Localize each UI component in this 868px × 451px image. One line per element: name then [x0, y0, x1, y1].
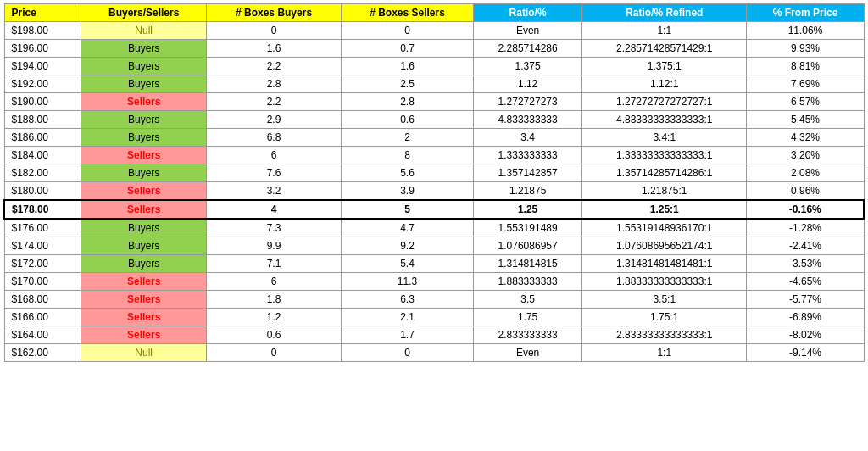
boxes-buyers-cell: 2.9 — [207, 111, 341, 129]
boxes-sellers-cell: 9.2 — [341, 237, 473, 255]
header-ratio-refined: Ratio/% Refined — [582, 4, 747, 22]
ratio-refined-cell: 3.4:1 — [582, 129, 747, 147]
price-cell: $166.00 — [4, 309, 81, 326]
price-cell: $174.00 — [4, 237, 81, 255]
price-cell: $186.00 — [4, 129, 81, 147]
ratio-refined-cell: 1.55319148936170:1 — [582, 219, 747, 237]
ratio-refined-cell: 1:1 — [582, 344, 747, 362]
boxes-sellers-cell: 6.3 — [341, 291, 473, 309]
ratio-cell: 1.357142857 — [474, 164, 582, 182]
buyers-sellers-cell: Sellers — [81, 93, 207, 111]
buyers-sellers-cell: Sellers — [81, 309, 207, 326]
boxes-buyers-cell: 1.6 — [207, 40, 341, 58]
from-price-cell: -3.53% — [747, 255, 864, 273]
ratio-cell: 1.375 — [474, 58, 582, 75]
from-price-cell: -4.65% — [747, 273, 864, 291]
ratio-cell: 3.4 — [474, 129, 582, 147]
buyers-sellers-cell: Buyers — [81, 255, 207, 273]
from-price-cell: 2.08% — [747, 164, 864, 182]
boxes-sellers-cell: 2.1 — [341, 309, 473, 326]
ratio-refined-cell: 2.83333333333333:1 — [582, 326, 747, 344]
header-buyers-sellers: Buyers/Sellers — [81, 4, 207, 22]
ratio-cell: 1.314814815 — [474, 255, 582, 273]
boxes-sellers-cell: 5 — [341, 200, 473, 219]
buyers-sellers-cell: Buyers — [81, 75, 207, 93]
ratio-cell: 4.833333333 — [474, 111, 582, 129]
buyers-sellers-cell: Buyers — [81, 111, 207, 129]
ratio-cell: 1.12 — [474, 75, 582, 93]
buyers-sellers-cell: Sellers — [81, 291, 207, 309]
from-price-cell: 9.93% — [747, 40, 864, 58]
boxes-sellers-cell: 5.6 — [341, 164, 473, 182]
price-cell: $192.00 — [4, 75, 81, 93]
from-price-cell: 6.57% — [747, 93, 864, 111]
price-cell: $182.00 — [4, 164, 81, 182]
price-cell: $188.00 — [4, 111, 81, 129]
ratio-refined-cell: 1.31481481481481:1 — [582, 255, 747, 273]
from-price-cell: 3.20% — [747, 147, 864, 164]
boxes-sellers-cell: 2 — [341, 129, 473, 147]
ratio-refined-cell: 2.28571428571429:1 — [582, 40, 747, 58]
header-ratio: Ratio/% — [474, 4, 582, 22]
ratio-refined-cell: 1.33333333333333:1 — [582, 147, 747, 164]
ratio-cell: 2.285714286 — [474, 40, 582, 58]
price-cell: $178.00 — [4, 200, 81, 219]
boxes-buyers-cell: 9.9 — [207, 237, 341, 255]
boxes-sellers-cell: 8 — [341, 147, 473, 164]
boxes-buyers-cell: 4 — [207, 200, 341, 219]
ratio-refined-cell: 1.88333333333333:1 — [582, 273, 747, 291]
price-cell: $172.00 — [4, 255, 81, 273]
boxes-sellers-cell: 1.7 — [341, 326, 473, 344]
boxes-buyers-cell: 7.6 — [207, 164, 341, 182]
header-boxes-sellers: # Boxes Sellers — [341, 4, 473, 22]
boxes-sellers-cell: 0.6 — [341, 111, 473, 129]
boxes-buyers-cell: 0.6 — [207, 326, 341, 344]
price-cell: $190.00 — [4, 93, 81, 111]
price-cell: $168.00 — [4, 291, 81, 309]
from-price-cell: -0.16% — [747, 200, 864, 219]
from-price-cell: -5.77% — [747, 291, 864, 309]
boxes-buyers-cell: 7.3 — [207, 219, 341, 237]
ratio-cell: 1.272727273 — [474, 93, 582, 111]
from-price-cell: -2.41% — [747, 237, 864, 255]
ratio-refined-cell: 4.83333333333333:1 — [582, 111, 747, 129]
ratio-refined-cell: 1.07608695652174:1 — [582, 237, 747, 255]
ratio-cell: 1.333333333 — [474, 147, 582, 164]
boxes-sellers-cell: 4.7 — [341, 219, 473, 237]
boxes-sellers-cell: 0 — [341, 22, 473, 40]
boxes-sellers-cell: 5.4 — [341, 255, 473, 273]
from-price-cell: -9.14% — [747, 344, 864, 362]
from-price-cell: 4.32% — [747, 129, 864, 147]
from-price-cell: 0.96% — [747, 182, 864, 201]
buyers-sellers-cell: Sellers — [81, 182, 207, 201]
buyers-sellers-cell: Buyers — [81, 219, 207, 237]
price-cell: $162.00 — [4, 344, 81, 362]
price-cell: $184.00 — [4, 147, 81, 164]
ratio-cell: 1.75 — [474, 309, 582, 326]
boxes-buyers-cell: 0 — [207, 344, 341, 362]
boxes-buyers-cell: 2.2 — [207, 58, 341, 75]
price-cell: $196.00 — [4, 40, 81, 58]
ratio-refined-cell: 1:1 — [582, 22, 747, 40]
buyers-sellers-cell: Sellers — [81, 147, 207, 164]
ratio-cell: 1.883333333 — [474, 273, 582, 291]
boxes-sellers-cell: 0 — [341, 344, 473, 362]
from-price-cell: 11.06% — [747, 22, 864, 40]
ratio-cell: 1.076086957 — [474, 237, 582, 255]
buyers-sellers-cell: Sellers — [81, 273, 207, 291]
boxes-sellers-cell: 3.9 — [341, 182, 473, 201]
price-cell: $176.00 — [4, 219, 81, 237]
boxes-sellers-cell: 1.6 — [341, 58, 473, 75]
ratio-refined-cell: 1.27272727272727:1 — [582, 93, 747, 111]
buyers-sellers-cell: Buyers — [81, 40, 207, 58]
ratio-refined-cell: 1.35714285714286:1 — [582, 164, 747, 182]
ratio-cell: 1.25 — [474, 200, 582, 219]
ratio-cell: 1.553191489 — [474, 219, 582, 237]
from-price-cell: -6.89% — [747, 309, 864, 326]
boxes-buyers-cell: 7.1 — [207, 255, 341, 273]
from-price-cell: -8.02% — [747, 326, 864, 344]
ratio-refined-cell: 3.5:1 — [582, 291, 747, 309]
from-price-cell: 7.69% — [747, 75, 864, 93]
boxes-buyers-cell: 6.8 — [207, 129, 341, 147]
ratio-cell: Even — [474, 344, 582, 362]
